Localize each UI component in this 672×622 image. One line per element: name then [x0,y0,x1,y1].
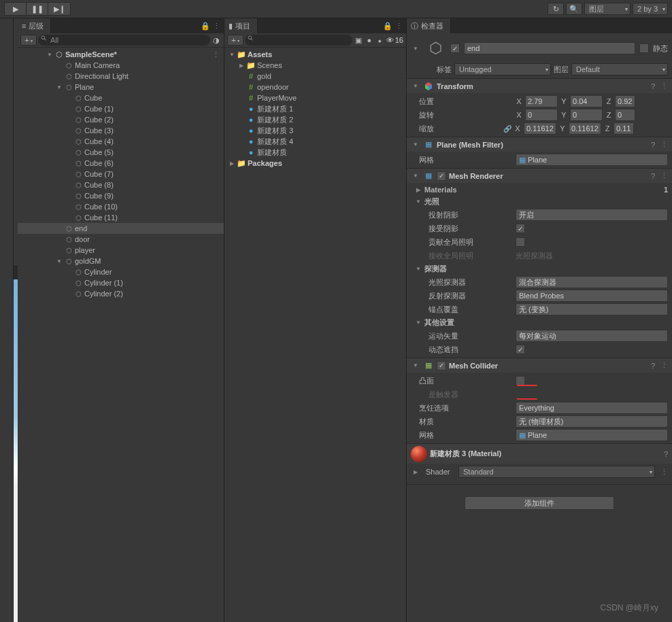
tree-item[interactable]: ⬡Cube (10) [18,201,224,212]
layout-dropdown[interactable]: 2 by 3 [633,3,668,15]
tree-item[interactable]: ⬡Cube (6) [18,158,224,169]
tree-item[interactable]: ⬡door [18,234,224,245]
anchor-field[interactable]: 无 (变换) [516,303,668,315]
add-button[interactable]: + [227,35,243,46]
search-button[interactable]: 🔍 [566,3,582,15]
pause-button[interactable]: ❚❚ [27,3,48,15]
shader-dropdown[interactable]: Standard [458,466,655,478]
rot-z[interactable] [615,109,635,121]
tree-item[interactable]: ⬡player [18,245,224,256]
lock-icon[interactable]: 🔒 [383,21,392,31]
phys-material-field[interactable]: 无 (物理材质) [516,415,668,428]
pos-z[interactable] [615,95,635,107]
play-button[interactable]: ▶ [5,3,27,15]
project-tab[interactable]: ▮ 项目 [224,18,258,33]
tree-item[interactable]: ⬡Cube (2) [18,114,224,125]
help-icon[interactable]: ? [651,362,655,370]
tree-item[interactable]: ⬡Cube (8) [18,179,224,190]
layer-dropdown[interactable]: Default [571,63,668,75]
filter-icon[interactable]: ▣ [354,35,363,45]
transform-header[interactable]: ▼ Transform ?⋮ [407,78,672,93]
menu-icon[interactable]: ⋮ [212,21,221,31]
probes-label[interactable]: 探测器 [424,264,447,274]
tree-item[interactable]: ⬡Cube [18,92,224,103]
receive-checkbox[interactable] [516,224,525,233]
materials-label[interactable]: Materials [424,186,457,194]
tree-item[interactable]: ⬡Cylinder (1) [18,277,224,288]
rot-x[interactable] [525,109,558,121]
layers-dropdown[interactable]: 图层 [584,3,631,15]
hierarchy-tab[interactable]: ≡ 层级 [18,18,51,33]
scale-x[interactable] [524,122,556,135]
tree-item[interactable]: ●新建材质 [224,147,406,158]
mesh-filter-header[interactable]: ▼ ▦ Plane (Mesh Filter) ?⋮ [407,137,672,152]
reflection-dropdown[interactable]: Blend Probes [516,290,668,302]
tree-item[interactable]: ●新建材质 3 [224,125,406,136]
tree-item[interactable]: ⬡Cylinder (2) [18,288,224,299]
lock-icon[interactable]: 🔒 [201,21,210,31]
tree-item[interactable]: #PlayerMove [224,92,406,103]
history-button[interactable]: ↻ [548,3,564,15]
name-input[interactable] [464,42,635,54]
tree-item[interactable]: ▼⬡Plane [18,82,224,92]
search-input[interactable] [245,35,352,46]
contribute-checkbox[interactable] [516,237,525,247]
mesh-renderer-header[interactable]: ▼ ▦ Mesh Renderer ?⋮ [407,168,672,183]
help-icon[interactable]: ? [651,172,655,180]
tree-item[interactable]: ⬡Cylinder [18,266,224,277]
assets-folder[interactable]: ▼📁Assets [224,49,406,60]
tree-item[interactable]: ⬡Cube (9) [18,190,224,201]
tree-item[interactable]: ⬡Main Camera [18,60,224,71]
material-header[interactable]: 新建材质 3 (Material) ? [407,443,672,464]
tree-item[interactable]: ⬡Directional Light [18,71,224,82]
dynamic-checkbox[interactable] [516,345,525,354]
tree-item[interactable]: ⬡Cube (4) [18,136,224,147]
lighting-label[interactable]: 光照 [424,196,439,207]
convex-checkbox[interactable] [516,376,525,385]
tree-item[interactable]: ⬡Cube (7) [18,169,224,179]
tree-item[interactable]: #opendoor [224,82,406,92]
cast-shadows-dropdown[interactable]: 开启 [516,209,668,221]
tree-item[interactable]: ⬡Cube (3) [18,125,224,136]
filter-icon[interactable]: ◑ [212,35,221,45]
type-icon[interactable]: ● [365,35,374,45]
tree-item[interactable]: ▶📁Scenes [224,60,406,71]
mesh-field[interactable]: ▦Plane [516,154,668,166]
scene-row[interactable]: ▼⬡ SampleScene* ⋮ [18,49,224,60]
collider-mesh-field[interactable]: ▦Plane [516,429,668,441]
pos-x[interactable] [525,95,558,107]
help-icon[interactable]: ? [651,82,655,90]
inspector-tab[interactable]: ⓘ 检查器 [407,18,451,33]
search-input[interactable]: All [38,35,210,46]
tree-item[interactable]: ●新建材质 2 [224,114,406,125]
scale-y[interactable] [569,122,601,135]
tree-item[interactable]: ●新建材质 4 [224,136,406,147]
help-icon[interactable]: ? [651,141,655,149]
tree-item[interactable]: ▼⬡goldGM [18,256,224,266]
mesh-collider-header[interactable]: ▼ ▦ Mesh Collider ?⋮ [407,358,672,373]
cooking-dropdown[interactable]: Everything [516,402,668,414]
label-icon[interactable]: ⬥ [375,35,385,45]
step-button[interactable]: ▶❙ [48,3,70,15]
add-component-button[interactable]: 添加组件 [465,496,614,510]
tree-item[interactable]: #gold [224,71,406,82]
tree-item[interactable]: ●新建材质 1 [224,103,406,114]
pos-y[interactable] [570,95,603,107]
tag-dropdown[interactable]: Untagged [454,63,551,75]
packages-folder[interactable]: ▶📁Packages [224,158,406,169]
tree-item[interactable]: ⬡Cube (5) [18,147,224,158]
scale-z[interactable] [614,122,634,135]
collider-enabled-checkbox[interactable] [437,361,446,370]
link-icon[interactable]: 🔗 [503,125,511,133]
static-checkbox[interactable] [639,44,649,53]
tree-item[interactable]: ⬡Cube (11) [18,212,224,223]
renderer-enabled-checkbox[interactable] [437,171,446,181]
tree-item-selected[interactable]: ⬡end [18,223,224,234]
light-probes-dropdown[interactable]: 混合探测器 [516,276,668,288]
rot-y[interactable] [570,109,603,121]
gameobject-icon[interactable]: ⬡ [424,37,446,59]
tree-item[interactable]: ⬡Cube (1) [18,103,224,114]
menu-icon[interactable]: ⋮ [394,21,403,31]
help-icon[interactable]: ? [664,450,668,458]
active-checkbox[interactable] [450,44,460,53]
